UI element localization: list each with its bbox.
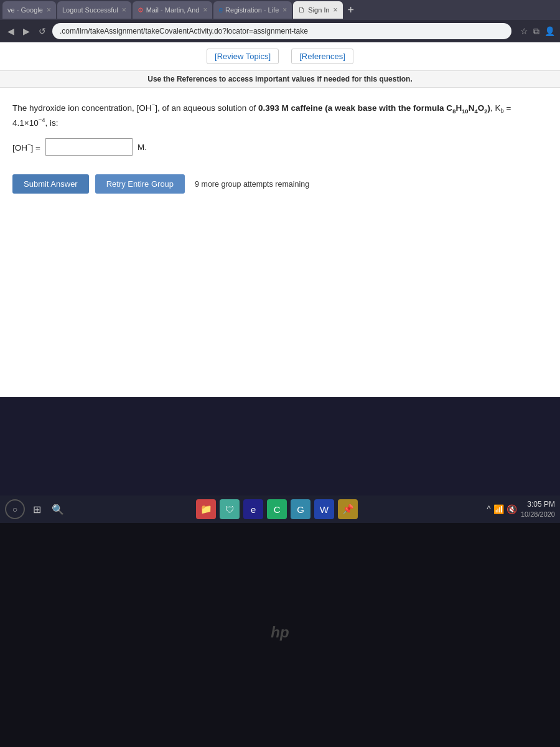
clock[interactable]: 3:05 PM 10/28/2020 <box>521 500 555 519</box>
tray-expand-icon[interactable]: ^ <box>487 504 491 514</box>
question-text: The hydroxide ion concentration, [OH−], … <box>12 100 548 129</box>
tray-volume-icon[interactable]: 🔇 <box>506 504 517 514</box>
start-button[interactable]: ○ <box>5 499 25 519</box>
tab-close-registration[interactable]: × <box>282 6 287 14</box>
taskbar-app-edge[interactable]: e <box>243 499 263 519</box>
tab-label-signin: Sign In <box>308 6 329 14</box>
tab-label-google: ve - Google <box>7 6 43 14</box>
tab-close-signin[interactable]: × <box>334 6 338 14</box>
answer-label: [OH−] = <box>12 140 40 154</box>
clock-date: 10/28/2020 <box>521 510 555 519</box>
tab-label-logout: Logout Successful <box>62 6 118 14</box>
refresh-button[interactable]: ↺ <box>36 25 49 37</box>
bookmark-icon[interactable]: ☆ <box>520 26 528 37</box>
forward-button[interactable]: ▶ <box>21 25 32 37</box>
address-bar[interactable]: .com/ilrn/takeAssignment/takeCovalentAct… <box>52 23 511 39</box>
tab-logout[interactable]: Logout Successful × <box>57 1 131 19</box>
hp-logo: hp <box>271 624 289 641</box>
button-row: Submit Answer Retry Entire Group 9 more … <box>0 174 560 194</box>
review-topics-link[interactable]: [Review Topics] <box>207 49 279 64</box>
address-bar-icons: ☆ ⧉ 👤 <box>520 26 555 37</box>
back-button[interactable]: ◀ <box>5 25 17 37</box>
tab-close-mail[interactable]: × <box>203 6 207 14</box>
references-link[interactable]: [References] <box>291 49 353 64</box>
address-text: .com/ilrn/takeAssignment/takeCovalentAct… <box>60 27 308 35</box>
taskbar-search-icon[interactable]: ⊞ <box>27 500 46 519</box>
taskbar-right: ^ 📶 🔇 3:05 PM 10/28/2020 <box>487 500 555 519</box>
extensions-icon[interactable]: ⧉ <box>533 26 539 37</box>
profile-icon[interactable]: 👤 <box>544 26 555 37</box>
tab-bar: ve - Google × Logout Successful × ⚙ Mail… <box>0 0 560 20</box>
instructions-bar: Use the References to access important v… <box>0 71 560 88</box>
taskbar-center: 📁 🛡 e C G W 📌 <box>70 499 484 519</box>
clock-time: 3:05 PM <box>521 500 555 510</box>
tab-label-mail: Mail - Martin, And <box>146 6 200 14</box>
tab-registration[interactable]: e Registration - Life × <box>213 1 292 19</box>
tab-close-google[interactable]: × <box>47 6 51 14</box>
tray-network-icon[interactable]: 📶 <box>493 504 504 514</box>
taskbar-app-5[interactable]: 📌 <box>338 499 358 519</box>
taskbar-app-3[interactable]: C <box>267 499 287 519</box>
submit-answer-button[interactable]: Submit Answer <box>12 174 89 194</box>
taskbar-app-word[interactable]: W <box>314 499 334 519</box>
answer-row: [OH−] = M. <box>12 138 548 156</box>
tab-google[interactable]: ve - Google × <box>2 1 56 19</box>
answer-input[interactable] <box>45 138 133 156</box>
address-bar-row: ◀ ▶ ↺ .com/ilrn/takeAssignment/takeCoval… <box>0 20 560 42</box>
tab-mail[interactable]: ⚙ Mail - Martin, And × <box>133 1 213 19</box>
browser-content: [Review Topics] [References] Use the Ref… <box>0 42 560 397</box>
taskbar-app-4[interactable]: G <box>291 499 310 519</box>
taskbar-cortana-icon[interactable]: 🔍 <box>49 500 67 519</box>
taskbar-app-2[interactable]: 🛡 <box>220 499 240 519</box>
question-area: The hydroxide ion concentration, [OH−], … <box>0 88 560 174</box>
tab-label-registration: Registration - Life <box>225 6 279 14</box>
new-tab-button[interactable]: + <box>344 4 358 17</box>
tab-close-logout[interactable]: × <box>122 6 126 14</box>
answer-unit: M. <box>138 141 147 154</box>
taskbar: ○ ⊞ 🔍 📁 🛡 e C G W 📌 ^ 📶 🔇 3:05 PM 10/28/… <box>0 496 560 523</box>
browser-chrome: ve - Google × Logout Successful × ⚙ Mail… <box>0 0 560 42</box>
attempts-remaining-text: 9 more group attempts remaining <box>195 180 309 189</box>
laptop-bezel-lower: hp <box>0 523 560 747</box>
system-tray: ^ 📶 🔇 <box>487 504 517 514</box>
tab-signin[interactable]: 🗋 Sign In × <box>293 1 342 19</box>
taskbar-app-1[interactable]: 📁 <box>196 499 216 519</box>
page-header: [Review Topics] [References] <box>0 42 560 71</box>
retry-entire-group-button[interactable]: Retry Entire Group <box>95 174 185 194</box>
instructions-text: Use the References to access important v… <box>147 75 412 83</box>
